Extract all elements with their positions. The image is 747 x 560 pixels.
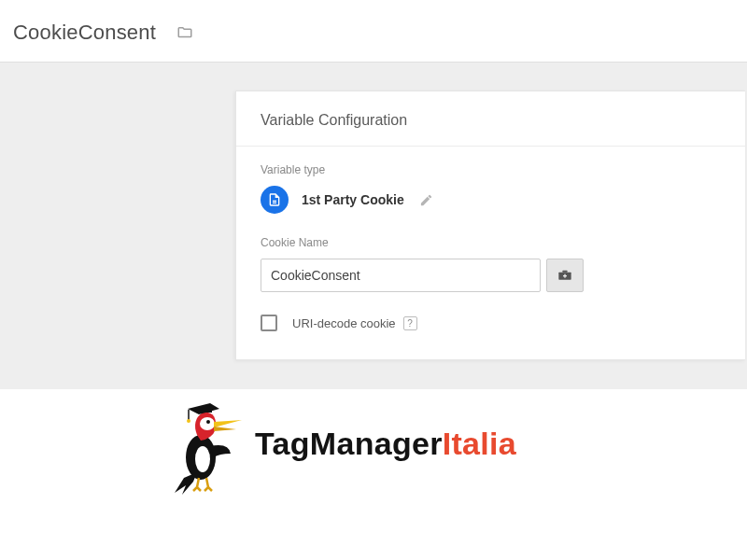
cookie-name-input[interactable] (261, 259, 541, 292)
workspace-area: Variable Configuration Variable type 1st… (0, 63, 747, 389)
svg-point-6 (200, 417, 215, 430)
help-icon[interactable]: ? (403, 316, 417, 330)
brand-text: TagManagerItalia (255, 426, 516, 462)
svg-rect-8 (199, 407, 212, 413)
svg-point-5 (195, 446, 210, 472)
edit-icon[interactable] (419, 193, 433, 207)
uri-decode-label: URI-decode cookie (292, 316, 396, 330)
brand-logo: TagManagerItalia (163, 392, 516, 495)
svg-rect-3 (563, 275, 567, 276)
variable-type-label: Variable type (261, 163, 721, 176)
woodpecker-icon (163, 392, 247, 495)
uri-decode-row: URI-decode cookie ? (261, 315, 721, 331)
variable-type-name: 1st Party Cookie (302, 192, 404, 207)
cookie-name-row (261, 259, 721, 292)
page-header: CookieConsent (0, 0, 747, 63)
variable-config-panel: Variable Configuration Variable type 1st… (235, 91, 745, 360)
cookie-type-icon (261, 186, 289, 214)
insert-variable-button[interactable] (546, 259, 584, 292)
brand-part2: Italia (443, 426, 516, 461)
folder-icon[interactable] (175, 24, 195, 41)
variable-type-row[interactable]: 1st Party Cookie (261, 186, 721, 214)
panel-title: Variable Configuration (236, 91, 745, 147)
svg-point-7 (206, 420, 210, 424)
cookie-name-label: Cookie Name (261, 236, 721, 249)
svg-point-10 (187, 419, 190, 423)
brand-part1: TagManager (255, 426, 443, 461)
variable-title[interactable]: CookieConsent (13, 21, 156, 45)
uri-decode-checkbox[interactable] (261, 315, 277, 331)
svg-rect-1 (562, 271, 567, 273)
